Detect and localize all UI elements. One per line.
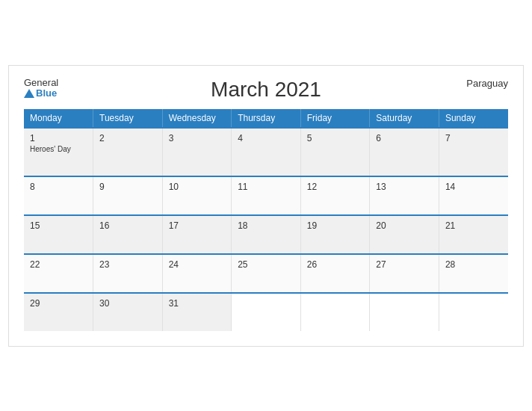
calendar-cell: 10	[162, 176, 232, 215]
day-header-monday: Monday	[24, 109, 93, 128]
week-row-4: 22232425262728	[24, 254, 508, 293]
day-number: 10	[169, 182, 226, 192]
calendar-cell: 19	[300, 215, 370, 254]
calendar-cell: 27	[370, 254, 439, 293]
day-number: 24	[169, 259, 226, 270]
calendar-cell: 20	[370, 215, 439, 254]
day-number: 31	[169, 298, 226, 309]
day-header-sunday: Sunday	[439, 109, 508, 128]
day-header-wednesday: Wednesday	[162, 109, 232, 128]
day-number: 12	[307, 182, 364, 192]
week-row-5: 293031	[24, 293, 508, 331]
calendar-cell: 8	[24, 176, 93, 215]
logo-blue-text: Blue	[24, 88, 58, 99]
week-row-1: 1Heroes' Day234567	[24, 128, 508, 176]
logo-triangle-icon	[24, 89, 34, 98]
calendar-cell: 11	[232, 176, 301, 215]
calendar-cell: 22	[24, 254, 93, 293]
calendar-cell: 12	[300, 176, 370, 215]
day-number: 23	[99, 259, 156, 270]
calendar-cell: 18	[232, 215, 301, 254]
day-number: 8	[30, 182, 87, 192]
day-number: 15	[30, 220, 87, 231]
day-number: 30	[99, 298, 156, 309]
calendar-cell: 28	[439, 254, 508, 293]
calendar-cell: 3	[162, 128, 232, 176]
day-number: 11	[238, 182, 294, 192]
calendar-cell	[300, 293, 370, 331]
calendar-cell: 14	[439, 176, 508, 215]
calendar-cell: 23	[93, 254, 163, 293]
calendar-cell: 25	[232, 254, 301, 293]
calendar-cell: 24	[162, 254, 232, 293]
day-header-tuesday: Tuesday	[93, 109, 163, 128]
day-number: 16	[99, 220, 156, 231]
calendar-cell: 13	[370, 176, 439, 215]
day-number: 20	[376, 220, 433, 231]
day-number: 18	[238, 220, 294, 231]
calendar-header: General Blue March 2021 Paraguay	[24, 78, 508, 102]
days-header-row: MondayTuesdayWednesdayThursdayFridaySatu…	[24, 109, 508, 128]
day-number: 17	[169, 220, 226, 231]
day-number: 28	[445, 259, 502, 270]
calendar-body: 1Heroes' Day2345678910111213141516171819…	[24, 128, 508, 331]
country-label: Paraguay	[466, 78, 508, 89]
calendar-cell: 17	[162, 215, 232, 254]
calendar-header-row: MondayTuesdayWednesdayThursdayFridaySatu…	[24, 109, 508, 128]
calendar-cell: 30	[93, 293, 163, 331]
day-header-friday: Friday	[300, 109, 370, 128]
calendar-cell: 21	[439, 215, 508, 254]
day-number: 29	[30, 298, 87, 309]
logo-general-text: General	[24, 78, 58, 88]
logo: General Blue	[24, 78, 58, 99]
day-number: 1	[30, 133, 87, 143]
calendar-title: March 2021	[211, 78, 321, 102]
calendar-table: MondayTuesdayWednesdayThursdayFridaySatu…	[24, 109, 508, 331]
day-number: 9	[99, 182, 156, 192]
day-number: 19	[307, 220, 364, 231]
calendar-cell: 15	[24, 215, 93, 254]
day-number: 26	[307, 259, 364, 270]
day-number: 4	[238, 133, 294, 143]
calendar-cell: 1Heroes' Day	[24, 128, 93, 176]
day-number: 22	[30, 259, 87, 270]
calendar-container: General Blue March 2021 Paraguay MondayT…	[8, 65, 524, 347]
calendar-cell: 5	[300, 128, 370, 176]
calendar-cell	[370, 293, 439, 331]
calendar-cell: 31	[162, 293, 232, 331]
day-number: 14	[445, 182, 502, 192]
calendar-cell: 2	[93, 128, 163, 176]
week-row-3: 15161718192021	[24, 215, 508, 254]
day-header-saturday: Saturday	[370, 109, 439, 128]
calendar-cell	[232, 293, 301, 331]
day-header-thursday: Thursday	[232, 109, 301, 128]
calendar-cell: 29	[24, 293, 93, 331]
calendar-cell: 16	[93, 215, 163, 254]
calendar-cell	[439, 293, 508, 331]
day-number: 3	[169, 133, 226, 143]
day-number: 7	[445, 133, 502, 143]
calendar-cell: 26	[300, 254, 370, 293]
day-number: 27	[376, 259, 433, 270]
week-row-2: 891011121314	[24, 176, 508, 215]
day-number: 13	[376, 182, 433, 192]
day-number: 6	[376, 133, 433, 143]
calendar-cell: 4	[232, 128, 301, 176]
holiday-label: Heroes' Day	[30, 145, 87, 153]
calendar-cell: 7	[439, 128, 508, 176]
day-number: 5	[307, 133, 364, 143]
day-number: 2	[99, 133, 156, 143]
calendar-cell: 6	[370, 128, 439, 176]
calendar-cell: 9	[93, 176, 163, 215]
day-number: 25	[238, 259, 294, 270]
day-number: 21	[445, 220, 502, 231]
